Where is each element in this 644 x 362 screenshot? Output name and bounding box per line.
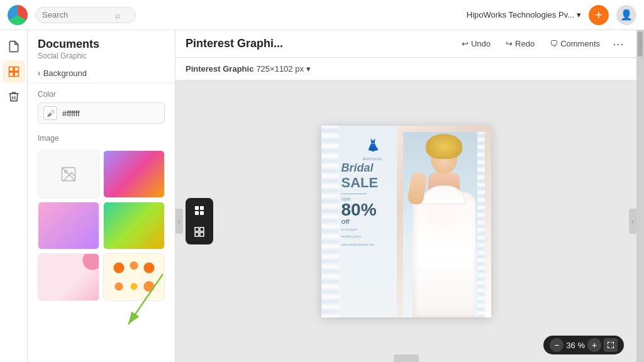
panel-back-button[interactable]: ‹ Background [28,63,175,84]
image-section: Image [28,128,175,146]
redo-icon: ↪ [506,39,513,48]
color-value: #ffffff [62,109,80,118]
back-arrow-icon: ‹ [38,68,41,78]
svg-rect-13 [195,228,199,231]
canvas-dimensions: 725×1102 px [256,64,304,74]
app-logo[interactable] [8,5,28,25]
image-pumpkins[interactable] [103,253,165,301]
comments-icon: 🗨 [550,39,558,48]
scrollbar-thumb [638,31,643,57]
zoom-out-button[interactable]: − [550,338,564,352]
redo-button[interactable]: ↪ Redo [501,36,540,51]
pg-text-column: 👗 Annual Bridal SALE Upto 80% Off on des… [341,138,404,246]
tool-grid-2[interactable] [191,223,208,241]
chevron-down-icon: ▾ [577,10,581,19]
main-area: Documents Social Graphic ‹ Background Co… [0,30,644,362]
user-avatar[interactable]: 👤 [616,5,636,25]
add-button[interactable]: + [589,5,609,25]
zoom-in-button[interactable]: + [587,338,601,352]
zoom-fullscreen-button[interactable] [604,338,618,352]
svg-rect-9 [195,206,199,210]
zoom-bar: − 36 % + [543,336,624,354]
resize-handle-left[interactable]: ‹ [175,209,183,234]
panel-subtitle: Social Graphic [38,52,165,60]
svg-rect-12 [200,211,204,215]
pg-desc2: wedding gown [341,234,404,239]
search-input[interactable] [42,10,111,19]
undo-button[interactable]: ↩ Undo [457,36,496,51]
canvas-size-label: Pinterest Graphic [186,64,253,74]
pg-sale-text: SALE [341,175,404,191]
undo-icon: ↩ [462,39,469,48]
search-icon: ⌕ [115,10,120,20]
color-label: Color [38,90,165,99]
chevron-down-icon: ▾ [306,64,311,74]
sidebar-item-trash[interactable] [3,85,25,108]
image-label: Image [38,134,165,143]
canvas-area: Pinterest Graphi... ↩ Undo ↪ Redo 🗨 Comm… [175,30,636,362]
image-pink-purple[interactable] [38,202,99,250]
pg-bridal-text: Bridal [341,162,404,175]
svg-rect-2 [9,72,13,77]
color-swatch[interactable]: 🖌 [43,106,57,120]
svg-rect-0 [9,67,13,72]
more-options-icon[interactable]: ⋯ [610,37,626,51]
svg-rect-11 [195,211,199,215]
comments-button[interactable]: 🗨 Comments [545,36,605,51]
sidebar-item-document[interactable] [3,35,25,58]
navbar: ⌕ HipoWorks Technologies Pv... ▾ + 👤 [0,0,644,30]
search-bar[interactable]: ⌕ [35,7,136,23]
pg-desc1: on designer [341,228,404,232]
canvas-size-selector[interactable]: Pinterest Graphic 725×1102 px ▾ [186,64,311,74]
design-preview: 👗 Annual Bridal SALE Upto 80% Off on des… [321,126,491,317]
color-section: Color 🖌 #ffffff [28,84,175,128]
canvas-title: Pinterest Graphi... [186,37,283,50]
pg-off-text: Off [341,219,404,225]
pg-annual-text: Annual [341,156,404,162]
pg-lace-decoration [321,126,339,317]
resize-handle-bottom[interactable] [394,354,419,362]
pg-percent-text: 80% [341,201,404,219]
right-scrollbar[interactable] [636,30,644,362]
tool-grid[interactable] [191,202,208,219]
svg-rect-10 [200,206,204,210]
image-empty[interactable] [38,150,99,198]
canvas-toolbar: Pinterest Graphi... ↩ Undo ↪ Redo 🗨 Comm… [175,30,636,58]
image-grid [28,146,175,307]
image-blue-pink[interactable] [103,150,165,198]
svg-rect-3 [14,72,18,77]
panel-title: Documents [38,38,165,51]
svg-rect-16 [200,233,204,236]
svg-rect-1 [14,67,18,72]
panel-header: Documents Social Graphic [28,30,175,63]
image-pink-floral[interactable] [38,253,99,301]
pg-website: www.weddingdress.info [341,243,404,246]
image-green-yellow[interactable] [103,202,165,250]
company-name[interactable]: HipoWorks Technologies Pv... ▾ [467,10,581,19]
panel-back-label: Background [43,69,87,78]
svg-rect-15 [195,233,199,236]
pg-divider [341,194,367,194]
pg-dress-icon: 👗 [341,138,404,152]
zoom-level: 36 % [566,341,585,350]
sidebar-item-layers[interactable] [3,60,25,83]
svg-rect-14 [200,228,204,231]
canvas-viewport[interactable]: 👗 Annual Bridal SALE Upto 80% Off on des… [175,80,636,362]
panel-sidebar: Documents Social Graphic ‹ Background Co… [28,30,175,362]
float-tools-panel [186,198,213,244]
icon-sidebar [0,30,28,362]
pg-bride-image [397,126,491,317]
resize-handle-right[interactable]: › [629,209,636,234]
canvas-secondary-bar: Pinterest Graphic 725×1102 px ▾ [175,58,636,80]
color-picker-row[interactable]: 🖌 #ffffff [38,102,165,124]
